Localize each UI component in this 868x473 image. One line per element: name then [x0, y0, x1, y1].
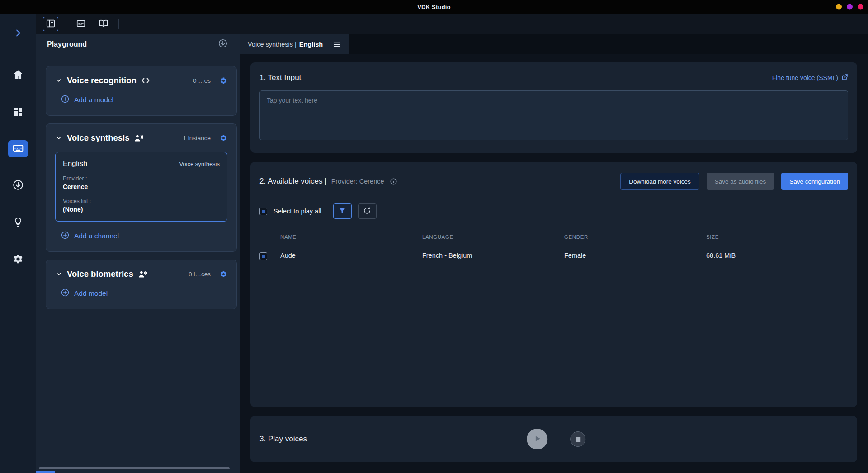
- download-more-voices-button[interactable]: Download more voices: [620, 173, 699, 190]
- available-voices-header: 2. Available voices | Provider: Cerence …: [259, 173, 848, 190]
- playground-header: Playground: [36, 34, 240, 54]
- toolbar-layout-button[interactable]: [43, 17, 58, 31]
- refresh-button[interactable]: [358, 203, 377, 219]
- window-title: VDK Studio: [417, 4, 451, 10]
- playground-title: Playground: [47, 40, 87, 48]
- voices-table-header: NAME LANGUAGE GENDER SIZE: [259, 229, 848, 245]
- tab-voice-synthesis-english[interactable]: Voice synthesis | English: [240, 34, 349, 54]
- book-icon: [99, 19, 108, 30]
- window-controls: [836, 4, 863, 10]
- add-model-label: Add a model: [74, 96, 113, 104]
- card-title: Voice recognition: [67, 76, 137, 85]
- save-configuration-button[interactable]: Save configuration: [781, 173, 848, 190]
- row-checkbox[interactable]: [259, 252, 267, 260]
- play-controls: [527, 429, 585, 449]
- speaking-person-icon: [134, 133, 143, 143]
- provider-caption: Provider: Cerence: [331, 178, 384, 185]
- funnel-icon: [338, 207, 346, 216]
- table-row-aude[interactable]: Aude French - Belgium Female 68.61 MiB: [259, 245, 848, 266]
- collapse-chevron-icon[interactable]: [55, 77, 62, 84]
- column-size: SIZE: [706, 234, 848, 240]
- sidebar-item-settings[interactable]: [8, 251, 28, 269]
- titlebar: VDK Studio: [0, 0, 868, 14]
- toolbar-subtitles-button[interactable]: [73, 17, 89, 31]
- download-circle-icon: [218, 38, 228, 50]
- panel-horizontal-scrollbar[interactable]: [39, 467, 230, 469]
- layout-icon: [46, 19, 56, 30]
- tab-menu-icon[interactable]: [333, 40, 341, 49]
- provider-value: Cerence: [63, 183, 220, 190]
- sidebar-item-tips[interactable]: [8, 213, 28, 232]
- card-header: Voice recognition 0 …es: [55, 76, 227, 85]
- save-as-audio-files-button[interactable]: Save as audio files: [707, 173, 774, 190]
- sidebar-expand-button[interactable]: [8, 24, 28, 43]
- voice-biometrics-card: Voice biometrics 0 i…ces: [46, 260, 237, 309]
- collapse-chevron-icon[interactable]: [55, 270, 62, 278]
- instance-count: 1 instance: [183, 135, 211, 142]
- plus-circle-icon: [61, 288, 70, 299]
- window-close-button[interactable]: [858, 4, 863, 10]
- window-minimize-button[interactable]: [836, 4, 842, 10]
- fine-tune-ssml-link[interactable]: Fine tune voice (SSML): [772, 74, 848, 82]
- card-title: Voice biometrics: [67, 269, 133, 279]
- main-column: Playground Voice reco: [36, 14, 868, 473]
- info-icon[interactable]: [390, 178, 397, 185]
- window-horizontal-scrollbar-thumb[interactable]: [36, 471, 55, 473]
- card-settings-gear-icon[interactable]: [220, 77, 227, 85]
- column-name: NAME: [280, 234, 422, 240]
- add-model-button[interactable]: Add a model: [61, 95, 113, 105]
- subtitles-icon: [76, 19, 86, 30]
- import-export-button[interactable]: [218, 38, 228, 50]
- voices-table: NAME LANGUAGE GENDER SIZE Aude French - …: [259, 229, 848, 266]
- card-settings-gear-icon[interactable]: [220, 270, 227, 278]
- column-gender: GENDER: [564, 234, 706, 240]
- workspace: Voice synthesis | English 1. Text Input: [240, 34, 868, 473]
- home-icon: [12, 69, 24, 82]
- channel-type: Voice synthesis: [179, 161, 220, 167]
- stop-icon: [576, 437, 580, 442]
- external-link-icon: [841, 74, 848, 82]
- play-voices-heading: 3. Play voices: [259, 435, 307, 444]
- add-channel-button[interactable]: Add a channel: [61, 231, 119, 241]
- collapse-chevron-icon[interactable]: [55, 134, 62, 142]
- keyboard-icon: [12, 142, 24, 156]
- sidebar-item-downloads[interactable]: [8, 176, 28, 194]
- tab-name: English: [299, 41, 323, 48]
- text-input-header: 1. Text Input Fine tune voice (SSML): [259, 73, 848, 82]
- sidebar-item-playground[interactable]: [8, 140, 28, 157]
- plus-circle-icon: [61, 95, 70, 105]
- sidebar-nav: [8, 66, 28, 269]
- window-maximize-button[interactable]: [847, 4, 853, 10]
- add-channel-label: Add a channel: [74, 232, 119, 240]
- voice-recognition-card: Voice recognition 0 …es: [46, 66, 237, 116]
- stop-button[interactable]: [570, 431, 585, 447]
- toolbar-docs-button[interactable]: [96, 17, 111, 31]
- dashboard-icon: [13, 106, 24, 118]
- sidebar-item-home[interactable]: [8, 66, 28, 84]
- filter-button[interactable]: [333, 203, 352, 219]
- lightbulb-icon: [13, 217, 24, 229]
- cell-language: French - Belgium: [422, 252, 564, 259]
- sidebar-item-dashboard[interactable]: [8, 103, 28, 121]
- add-biometrics-model-label: Add model: [74, 289, 108, 298]
- select-all-checkbox[interactable]: [259, 208, 267, 215]
- available-voices-heading: 2. Available voices |: [259, 177, 327, 186]
- add-biometrics-model-button[interactable]: Add model: [61, 288, 108, 299]
- refresh-icon: [363, 207, 371, 216]
- provider-label: Provider :: [63, 175, 220, 182]
- play-button[interactable]: [527, 429, 547, 449]
- available-voices-heading-group: 2. Available voices | Provider: Cerence: [259, 177, 397, 186]
- toolbar-separator: [118, 19, 119, 29]
- workspace-body: 1. Text Input Fine tune voice (SSML): [240, 54, 868, 473]
- cell-name: Aude: [280, 252, 422, 259]
- playground-cards: Voice recognition 0 …es: [36, 54, 240, 309]
- card-header: Voice synthesis 1 instance: [55, 133, 227, 143]
- card-settings-gear-icon[interactable]: [220, 134, 227, 142]
- tab-prefix: Voice synthesis |: [248, 41, 297, 48]
- voices-list-label: Voices list :: [63, 198, 220, 204]
- voices-actions: Download more voices Save as audio files…: [620, 173, 848, 190]
- text-input-textarea[interactable]: [259, 90, 848, 140]
- voice-biometrics-icon: [138, 270, 147, 279]
- channel-card-english[interactable]: English Voice synthesis Provider : Ceren…: [55, 152, 227, 222]
- select-all-label: Select to play all: [274, 208, 321, 215]
